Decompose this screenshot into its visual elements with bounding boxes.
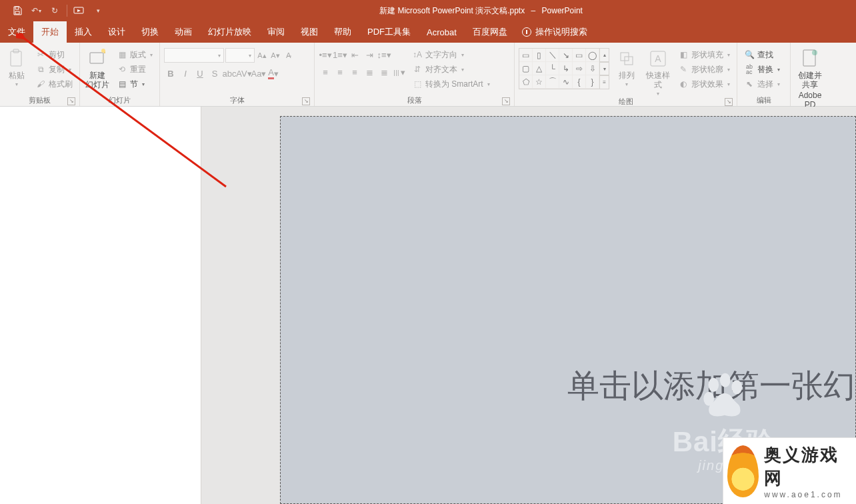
distributed-button[interactable]: ≣ — [377, 65, 391, 79]
shape-wave-icon[interactable]: ∿ — [559, 75, 573, 89]
tab-view[interactable]: 视图 — [293, 21, 326, 43]
decrease-indent-button[interactable]: ⇤ — [348, 48, 361, 61]
text-shadow-icon: S — [212, 69, 218, 79]
align-right-button[interactable]: ≡ — [348, 65, 361, 79]
font-color-button[interactable]: A▾ — [267, 67, 280, 80]
tab-animations[interactable]: 动画 — [167, 21, 200, 43]
numbering-button[interactable]: 1≡▾ — [333, 48, 347, 61]
strikethrough-button[interactable]: abc — [223, 67, 236, 80]
section-button[interactable]: ▤ 节 ▾ — [114, 77, 155, 91]
convert-smartart-button[interactable]: ⬚ 转换为 SmartArt ▾ — [409, 77, 493, 91]
tab-insert[interactable]: 插入 — [67, 21, 100, 43]
tab-review[interactable]: 审阅 — [259, 21, 293, 43]
align-left-button[interactable]: ≡ — [319, 65, 332, 79]
tell-me-search[interactable]: 操作说明搜索 — [515, 21, 594, 43]
decrease-font-button[interactable]: A▾ — [269, 49, 281, 61]
underline-button[interactable]: U — [193, 67, 207, 80]
copy-button[interactable]: ⧉ 复制 ▾ — [33, 63, 75, 76]
tab-transitions[interactable]: 切换 — [133, 21, 167, 43]
layout-button[interactable]: ▦ 版式 ▾ — [114, 48, 155, 61]
shape-fill-label: 形状填充 — [691, 49, 723, 61]
format-painter-button[interactable]: 🖌 格式刷 — [33, 77, 75, 91]
shape-down-arrow-icon[interactable]: ⇩ — [586, 62, 599, 75]
increase-indent-button[interactable]: ⇥ — [363, 48, 376, 61]
font-family-combo[interactable]: ▾ — [164, 48, 224, 63]
customize-qat-button[interactable]: ▾ — [90, 3, 106, 18]
gallery-more[interactable]: ≡ — [600, 75, 609, 89]
font-size-combo[interactable]: ▾ — [225, 48, 255, 63]
shape-line-icon[interactable]: ＼ — [546, 49, 559, 62]
shape-arc-icon[interactable]: ⌒ — [546, 75, 559, 89]
shape-pentagon-icon[interactable]: ⬠ — [519, 75, 533, 89]
new-slide-button[interactable]: 新建 幻灯片 — [84, 48, 110, 89]
save-button[interactable] — [9, 3, 25, 18]
shape-fill-button[interactable]: ◧ 形状填充 ▾ — [675, 48, 733, 61]
change-case-button[interactable]: Aa▾ — [252, 67, 265, 80]
shape-elbow-arrow-icon[interactable]: ↳ — [559, 62, 573, 75]
italic-button[interactable]: I — [179, 67, 192, 80]
align-center-button[interactable]: ≡ — [333, 65, 347, 79]
slide-thumbnails-pane[interactable] — [0, 107, 201, 504]
tab-baidu[interactable]: 百度网盘 — [465, 21, 515, 43]
shape-rounded-rect-icon[interactable]: ▢ — [519, 62, 533, 75]
find-button[interactable]: 🔍 查找 — [741, 48, 783, 61]
shape-elbow-icon[interactable]: └ — [546, 62, 559, 75]
tab-design[interactable]: 设计 — [100, 21, 133, 43]
tab-help[interactable]: 帮助 — [326, 21, 359, 43]
shape-outline-button[interactable]: ✎ 形状轮廓 ▾ — [675, 63, 733, 76]
undo-button[interactable]: ↶▾ — [28, 3, 44, 18]
tab-home[interactable]: 开始 — [33, 21, 67, 43]
text-direction-button[interactable]: ↕A 文字方向 ▾ — [409, 48, 493, 61]
clipboard-launcher[interactable]: ↘ — [67, 97, 75, 105]
clear-formatting-button[interactable]: A̶ — [283, 49, 295, 61]
shape-brace-left-icon[interactable]: { — [573, 75, 586, 89]
paste-button[interactable]: 粘贴 ▾ — [4, 48, 29, 87]
bullets-button[interactable]: •≡▾ — [319, 48, 332, 61]
shapes-gallery[interactable]: ▭ ▯ ＼ ↘ ▭ ◯ ▢ △ └ ↳ ⇨ ⇩ ⬠ ☆ ⌒ ∿ { — [519, 48, 609, 89]
shape-oval-icon[interactable]: ◯ — [586, 49, 599, 62]
shape-effects-button[interactable]: ◐ 形状效果 ▾ — [675, 77, 733, 91]
columns-button[interactable]: ⫼▾ — [392, 65, 405, 79]
redo-button[interactable]: ↻ — [47, 3, 63, 18]
shape-star-icon[interactable]: ☆ — [533, 75, 546, 89]
font-launcher[interactable]: ↘ — [302, 97, 310, 105]
decrease-font-icon: A▾ — [271, 51, 279, 60]
bold-button[interactable]: B — [164, 67, 177, 80]
tab-acrobat[interactable]: Acrobat — [419, 21, 465, 43]
start-from-beginning-button[interactable] — [71, 3, 87, 18]
shape-vertical-textbox-icon[interactable]: ▯ — [533, 49, 546, 62]
select-button[interactable]: ⬉ 选择 ▾ — [741, 77, 783, 91]
group-paragraph: •≡▾ 1≡▾ ⇤ ⇥ ↕≡▾ ≡ ≡ ≡ ≣ ≣ ⫼▾ ↕A — [315, 43, 515, 106]
arrange-button[interactable]: 排列 ▾ — [613, 48, 641, 87]
cut-button[interactable]: ✂ 剪切 — [33, 48, 75, 61]
line-spacing-button[interactable]: ↕≡▾ — [377, 48, 391, 61]
quick-styles-button[interactable]: A 快速样式 ▾ — [645, 48, 672, 97]
reset-button[interactable]: ⟲ 重置 — [114, 63, 155, 76]
increase-font-button[interactable]: A▴ — [256, 49, 268, 61]
tab-slideshow[interactable]: 幻灯片放映 — [200, 21, 259, 43]
caret-down-icon: ▾ — [274, 69, 279, 79]
pen-icon: ✎ — [678, 64, 689, 75]
ribbon-tabs: 文件 开始 插入 设计 切换 动画 幻灯片放映 审阅 视图 帮助 PDF工具集 … — [0, 21, 856, 43]
drawing-launcher[interactable]: ↘ — [725, 98, 733, 106]
replace-button[interactable]: abac 替换 ▾ — [741, 63, 783, 76]
align-text-button[interactable]: ⇵ 对齐文本 ▾ — [409, 63, 493, 76]
shape-rect-icon[interactable]: ▭ — [573, 49, 586, 62]
shape-right-arrow-icon[interactable]: ⇨ — [573, 62, 586, 75]
gallery-scroll-down[interactable]: ▾ — [600, 62, 609, 76]
paragraph-launcher[interactable]: ↘ — [502, 97, 510, 105]
shadow-button[interactable]: S — [208, 67, 221, 80]
shape-arrow-line-icon[interactable]: ↘ — [559, 49, 573, 62]
tab-pdftools[interactable]: PDF工具集 — [359, 21, 419, 43]
tab-file[interactable]: 文件 — [0, 21, 33, 43]
shape-textbox-icon[interactable]: ▭ — [519, 49, 533, 62]
shape-brace-right-icon[interactable]: } — [586, 75, 599, 89]
shape-triangle-icon[interactable]: △ — [533, 62, 546, 75]
smartart-icon: ⬚ — [412, 79, 423, 89]
char-spacing-button[interactable]: AV▾ — [237, 67, 251, 80]
adobe-create-share-button[interactable]: 创建并共享 Adobe PD — [795, 48, 825, 109]
justify-button[interactable]: ≣ — [363, 65, 376, 79]
gallery-scroll-up[interactable]: ▴ — [600, 48, 609, 62]
caret-down-icon: ▾ — [69, 67, 71, 73]
underline-icon: U — [197, 69, 203, 79]
